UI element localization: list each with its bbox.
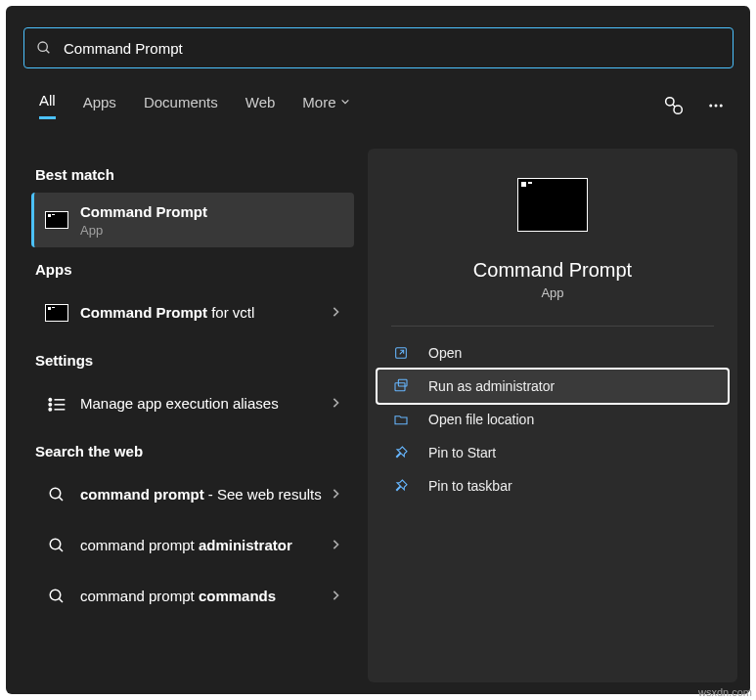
action-open[interactable]: Open <box>378 336 728 370</box>
svg-line-4 <box>673 105 676 108</box>
preview-title: Command Prompt <box>368 259 737 282</box>
search-box[interactable]: Command Prompt <box>23 27 734 68</box>
chevron-right-icon <box>331 395 340 413</box>
action-pin-to-start[interactable]: Pin to Start <box>378 436 728 469</box>
svg-rect-21 <box>395 383 405 391</box>
chevron-right-icon <box>331 537 340 554</box>
tab-documents[interactable]: Documents <box>144 94 218 118</box>
preview-subtitle: App <box>368 285 737 300</box>
section-best-match: Best match <box>35 166 350 183</box>
svg-point-18 <box>50 590 61 600</box>
chevron-right-icon <box>331 486 340 503</box>
section-settings: Settings <box>35 352 350 369</box>
result-title-bold: commands <box>199 588 276 604</box>
section-apps: Apps <box>35 261 350 278</box>
more-options-icon[interactable] <box>707 97 725 118</box>
svg-point-7 <box>720 105 723 108</box>
tabs-bar: All Apps Documents Web More <box>39 92 350 119</box>
result-best-match[interactable]: Command Prompt App <box>31 193 354 247</box>
chevron-right-icon <box>331 304 340 322</box>
watermark: wsxdn.com <box>698 686 752 698</box>
preview-panel: Command Prompt App Open Run as administr… <box>368 149 737 682</box>
open-icon <box>393 345 409 361</box>
result-title-pre: command prompt <box>80 537 199 553</box>
pin-icon <box>393 445 409 460</box>
svg-point-6 <box>715 105 718 108</box>
chevron-right-icon <box>331 588 340 605</box>
action-label: Pin to Start <box>428 445 496 460</box>
result-title-rest: - See web results <box>204 486 322 503</box>
tab-all[interactable]: All <box>39 92 56 119</box>
tab-extras <box>664 96 725 119</box>
result-title-bold: Command Prompt <box>80 304 207 321</box>
svg-line-19 <box>59 598 63 602</box>
action-open-file-location[interactable]: Open file location <box>378 403 728 436</box>
folder-icon <box>393 412 409 427</box>
svg-point-12 <box>49 408 52 411</box>
result-web-3[interactable]: command prompt commands <box>31 571 354 622</box>
search-icon <box>45 485 68 504</box>
tab-more[interactable]: More <box>302 94 349 118</box>
results-column: Best match Command Prompt App Apps Comma… <box>31 153 354 622</box>
command-prompt-icon <box>45 210 68 230</box>
settings-list-icon <box>45 394 68 414</box>
action-label: Open <box>428 345 462 361</box>
search-query-text: Command Prompt <box>64 40 183 57</box>
action-label: Run as administrator <box>428 378 555 394</box>
chevron-down-icon <box>340 97 350 107</box>
result-title-bold: command prompt <box>80 486 204 503</box>
tab-apps[interactable]: Apps <box>83 94 116 118</box>
command-prompt-icon <box>45 303 68 323</box>
svg-point-10 <box>49 403 52 406</box>
search-icon <box>36 40 52 56</box>
tab-more-label: More <box>302 94 335 110</box>
action-label: Open file location <box>428 412 534 427</box>
result-title-rest: for vctl <box>207 304 254 321</box>
recent-searches-icon[interactable] <box>664 96 684 119</box>
search-icon <box>45 587 68 606</box>
result-setting-aliases[interactable]: Manage app execution aliases <box>31 378 354 429</box>
start-search-panel: Command Prompt All Apps Documents Web Mo… <box>6 6 750 694</box>
result-subtitle: App <box>80 223 340 238</box>
result-title: Manage app execution aliases <box>80 394 323 414</box>
tab-web[interactable]: Web <box>245 94 276 118</box>
result-web-1[interactable]: command prompt - See web results <box>31 469 354 520</box>
action-pin-to-taskbar[interactable]: Pin to taskbar <box>378 469 728 503</box>
admin-icon <box>393 378 409 394</box>
result-title: Command Prompt <box>80 203 207 220</box>
action-label: Pin to taskbar <box>428 478 512 494</box>
svg-point-8 <box>49 398 52 401</box>
divider <box>391 326 714 327</box>
svg-point-5 <box>709 105 712 108</box>
svg-point-14 <box>50 488 61 499</box>
action-run-as-admin[interactable]: Run as administrator <box>378 370 728 403</box>
svg-point-16 <box>50 539 61 549</box>
preview-app-icon <box>517 178 588 232</box>
preview-actions: Open Run as administrator Open file loca… <box>368 336 737 503</box>
result-app-vctl[interactable]: Command Prompt for vctl <box>31 287 354 338</box>
result-title-pre: command prompt <box>80 588 199 604</box>
search-icon <box>45 536 68 555</box>
svg-point-0 <box>38 42 47 51</box>
result-web-2[interactable]: command prompt administrator <box>31 520 354 571</box>
svg-line-15 <box>59 497 63 501</box>
pin-icon <box>393 478 409 494</box>
result-title-bold: administrator <box>199 537 292 553</box>
svg-line-17 <box>59 547 63 551</box>
svg-line-1 <box>46 50 49 53</box>
section-search-web: Search the web <box>35 443 350 459</box>
